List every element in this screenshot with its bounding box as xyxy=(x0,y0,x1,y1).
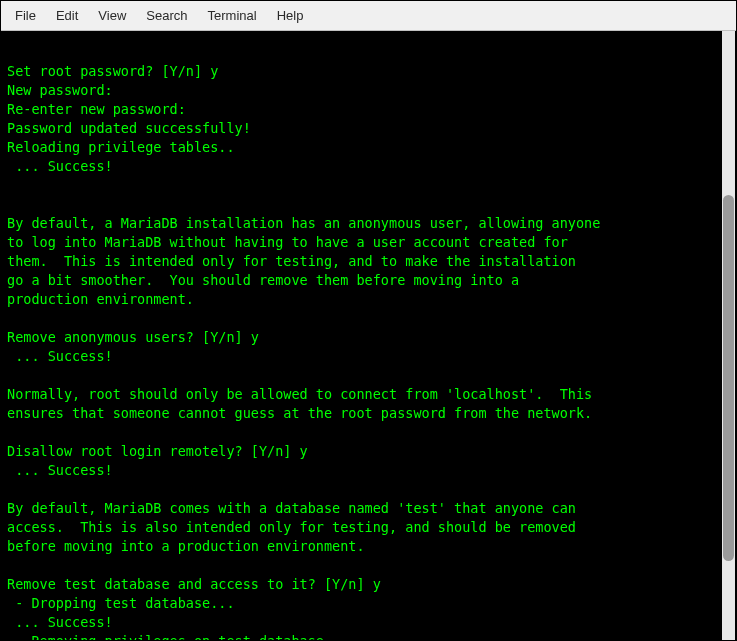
terminal-line: ... Success! xyxy=(7,461,732,480)
terminal-line: Normally, root should only be allowed to… xyxy=(7,385,732,404)
terminal-line: ... Success! xyxy=(7,613,732,632)
terminal-line xyxy=(7,309,732,328)
scrollbar-thumb[interactable] xyxy=(723,195,734,560)
terminal-line: By default, MariaDB comes with a databas… xyxy=(7,499,732,518)
terminal-line xyxy=(7,423,732,442)
terminal-line: Re-enter new password: xyxy=(7,100,732,119)
terminal-line: access. This is also intended only for t… xyxy=(7,518,732,537)
terminal-wrapper: Set root password? [Y/n] yNew password:R… xyxy=(1,31,736,640)
menu-search[interactable]: Search xyxy=(136,4,197,27)
terminal-line xyxy=(7,176,732,195)
scrollbar-track[interactable] xyxy=(722,31,735,640)
terminal-line: ... Success! xyxy=(7,157,732,176)
terminal-line: Remove test database and access to it? [… xyxy=(7,575,732,594)
menubar: File Edit View Search Terminal Help xyxy=(1,1,736,31)
terminal-line xyxy=(7,366,732,385)
terminal-line: ... Success! xyxy=(7,347,732,366)
terminal-line: before moving into a production environm… xyxy=(7,537,732,556)
menu-terminal[interactable]: Terminal xyxy=(198,4,267,27)
terminal-line: Reloading privilege tables.. xyxy=(7,138,732,157)
terminal-line xyxy=(7,480,732,499)
terminal-output[interactable]: Set root password? [Y/n] yNew password:R… xyxy=(1,31,736,640)
terminal-line: Disallow root login remotely? [Y/n] y xyxy=(7,442,732,461)
terminal-line: them. This is intended only for testing,… xyxy=(7,252,732,271)
terminal-line: - Dropping test database... xyxy=(7,594,732,613)
terminal-line xyxy=(7,556,732,575)
terminal-line: - Removing privileges on test database..… xyxy=(7,632,732,640)
terminal-line: Remove anonymous users? [Y/n] y xyxy=(7,328,732,347)
terminal-line xyxy=(7,195,732,214)
menu-file[interactable]: File xyxy=(5,4,46,27)
menu-edit[interactable]: Edit xyxy=(46,4,88,27)
terminal-line: to log into MariaDB without having to ha… xyxy=(7,233,732,252)
terminal-line: By default, a MariaDB installation has a… xyxy=(7,214,732,233)
terminal-line: ensures that someone cannot guess at the… xyxy=(7,404,732,423)
terminal-line: go a bit smoother. You should remove the… xyxy=(7,271,732,290)
terminal-line: Password updated successfully! xyxy=(7,119,732,138)
menu-help[interactable]: Help xyxy=(267,4,314,27)
terminal-line: production environment. xyxy=(7,290,732,309)
menu-view[interactable]: View xyxy=(88,4,136,27)
terminal-line: New password: xyxy=(7,81,732,100)
terminal-line: Set root password? [Y/n] y xyxy=(7,62,732,81)
terminal-line xyxy=(7,43,732,62)
